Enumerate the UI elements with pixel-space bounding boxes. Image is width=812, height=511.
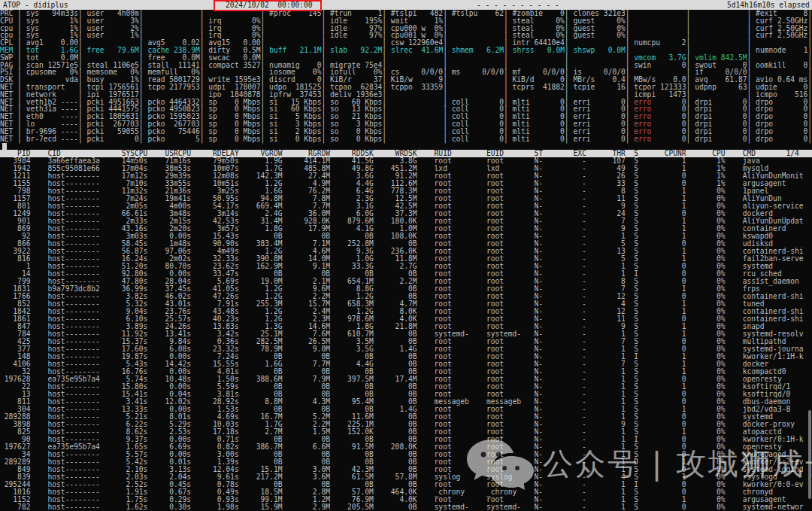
process-table: 3984 3a66effaea3a 14m50s 71m16s 79m50s 1…: [0, 157, 812, 511]
process-row: 782 host-------- 1.62s 0.30s 1.98s 15.9M…: [0, 503, 812, 511]
stat-line-net: NET | br-7ecd ----| pcki 0| pcko 5| sp 0…: [0, 135, 812, 143]
elapsed-time: 5d14h16m10s elapsed: [727, 0, 810, 10]
title-dashes: - - - - - - - - - -: [477, 0, 559, 10]
date-highlight-annotation: [214, 0, 322, 11]
title-bar: ATOP - didiplus 2024/10/02 00:00:00 - - …: [0, 0, 812, 10]
app-title: ATOP - didiplus: [3, 0, 68, 10]
system-stats-panel: PRC | sys 94m33s| user 4h00m| | | #proc …: [0, 10, 812, 142]
terminal-screen[interactable]: ATOP - didiplus 2024/10/02 00:00:00 - - …: [0, 0, 812, 511]
scrollbar-thumb[interactable]: [808, 410, 811, 499]
